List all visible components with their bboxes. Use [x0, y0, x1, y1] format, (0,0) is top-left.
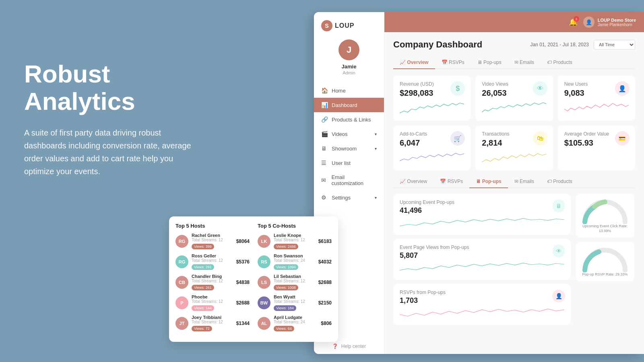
sidebar-item-label: Videos: [332, 131, 348, 137]
stat-aov: Average Order Value $105.93 💳: [558, 125, 635, 171]
videos-icon: 🎬: [321, 131, 328, 137]
list-item: BW Ben Wyatt Total Streams: 12 Views: 18…: [258, 294, 332, 311]
home-icon: 🏠: [321, 87, 328, 94]
host-views-badge: Views: 261: [192, 285, 214, 290]
tab-popups[interactable]: 🖥 Pop-ups: [471, 56, 508, 69]
list-item: RS Ron Swanson Total Streams: 24 Views: …: [258, 253, 332, 270]
cohost-views-badge: Views: 1008: [274, 285, 298, 290]
host-name: Phoebe: [192, 294, 233, 299]
cohost-name: April Ludgate: [274, 315, 318, 320]
host-info: Rachel Green Total Streams: 12 Views: 39…: [192, 233, 233, 249]
chevron-down-icon: ▾: [375, 195, 377, 200]
popup-label-1: Upcoming Event Pop-ups: [400, 200, 564, 205]
cohost-revenue: $6183: [318, 239, 332, 244]
tab2-emails[interactable]: ✉ Emails: [508, 175, 541, 188]
list-item: LS Lil Sebastian Total Streams: 12 Views…: [258, 274, 332, 290]
sidebar-item-settings[interactable]: ⚙ Settings ▾: [314, 190, 384, 205]
tab-products[interactable]: 🏷 Products: [541, 56, 579, 69]
cohost-avatar: LK: [258, 235, 270, 248]
cohost-avatar: AL: [258, 317, 270, 330]
popup-icon-2: 👁: [552, 245, 565, 257]
left-hero-section: Robust Analytics A suite of first party …: [24, 60, 193, 178]
popup-stats-area: Upcoming Event Pop-ups 41,496 🖥: [393, 194, 635, 329]
host-avatar: RG: [175, 255, 188, 268]
host-avatar: P: [175, 296, 188, 309]
user-avatar: 👤: [583, 16, 594, 28]
popup-icon-1: 🖥: [552, 200, 565, 212]
dashboard-title: Company Dashboard: [393, 39, 482, 50]
host-avatar: RG: [175, 235, 188, 248]
sidebar-item-products[interactable]: 🔗 Products & Links: [314, 112, 384, 127]
sidebar-item-videos[interactable]: 🎬 Videos ▾: [314, 127, 384, 141]
host-info: Ross Geller Total Streams: 12 Views: 291: [192, 253, 233, 270]
host-views-badge: Views: 144: [192, 305, 214, 311]
email-icon: ✉: [321, 177, 328, 183]
tab-overview[interactable]: 📈 Overview: [393, 56, 435, 69]
gauge-click-rate-label: Upcoming Event Click Rate: 13.99%: [580, 224, 630, 233]
popup-tabs: 📈 Overview 📅 RSVPs 🖥 Pop-ups ✉ Emails 🏷 …: [393, 175, 635, 188]
user-menu[interactable]: 👤 LOUP Demo Store Jamie Plankenhorn: [583, 16, 636, 28]
tab2-popups[interactable]: 🖥 Pop-ups: [469, 175, 508, 188]
popup-icon-3: 👤: [552, 290, 565, 302]
showroom-icon: 🖥: [321, 145, 328, 152]
videoviews-icon: 👁: [533, 81, 547, 96]
help-center-label: Help center: [341, 343, 366, 349]
cohost-streams: Total Streams: 24: [274, 258, 315, 263]
sidebar-item-home[interactable]: 🏠 Home: [314, 83, 384, 98]
sidebar-item-label: Home: [332, 88, 346, 94]
tab-rsvps[interactable]: 📅 RSVPs: [435, 56, 471, 69]
cohost-name: Ron Swanson: [274, 253, 315, 258]
host-views-badge: Views: 291: [192, 264, 214, 270]
sidebar-item-showroom[interactable]: 🖥 Showroom ▾: [314, 141, 384, 156]
stat-new-users: New Users 9,083 👤: [558, 76, 635, 121]
cohost-info: Ben Wyatt Total Streams: 12 Views: 184: [274, 294, 315, 311]
newusers-sparkline: [564, 101, 629, 115]
tab2-overview[interactable]: 📈 Overview: [393, 175, 433, 188]
sidebar-item-userlist[interactable]: ☰ User list: [314, 156, 384, 170]
gauge-rsvp-rate-svg: [581, 246, 629, 272]
tab2-rsvps[interactable]: 📅 RSVPs: [433, 175, 469, 188]
list-item: RG Ross Geller Total Streams: 12 Views: …: [175, 253, 250, 270]
cohost-streams: Total Streams: 12: [274, 299, 315, 304]
stats-row-1: Revenue (USD) $298,083 $ Video Views 26,…: [393, 76, 635, 121]
cohost-revenue: $2150: [318, 300, 332, 306]
stat-revenue: Revenue (USD) $298,083 $: [393, 76, 471, 121]
cohost-revenue: $806: [321, 321, 332, 326]
tab-emails[interactable]: ✉ Emails: [508, 56, 541, 69]
aov-icon: 💳: [615, 131, 630, 146]
popup-value-3: 1,703: [400, 296, 564, 305]
cohost-views-badge: Views: 2466: [274, 244, 298, 249]
notifications-button[interactable]: 🔔 3: [569, 18, 578, 27]
sidebar-item-email[interactable]: ✉ Email customization: [314, 170, 384, 190]
stat-transactions: Transactions 2,814 🛍: [475, 125, 553, 171]
host-info: Chandler Bing Total Streams: 12 Views: 2…: [192, 274, 233, 290]
stat-video-views: Video Views 26,053 👁: [475, 76, 553, 121]
host-streams: Total Streams: 12: [192, 279, 233, 283]
host-streams: Total Streams: 12: [192, 238, 233, 242]
videoviews-sparkline: [482, 101, 546, 115]
top5-hosts-title: Top 5 Hosts: [175, 223, 250, 229]
popup-value-2: 5,807: [400, 251, 564, 260]
list-item: CB Chandler Bing Total Streams: 12 Views…: [175, 274, 250, 290]
hosts-panel: Top 5 Hosts RG Rachel Green Total Stream…: [169, 216, 338, 342]
user-display-name: Jamie Plankenhorn: [598, 23, 636, 27]
tx-sparkline: [482, 151, 546, 165]
cohost-streams: Total Streams: 12: [274, 279, 315, 283]
date-filter-select[interactable]: All Time Last 30 Days Last 90 Days: [594, 40, 635, 49]
sidebar-item-dashboard[interactable]: 📊 Dashboard: [314, 98, 384, 112]
host-revenue: $1344: [236, 321, 250, 326]
popup-sparkline-3: [400, 307, 564, 319]
cohost-views-badge: Views: 64: [274, 326, 294, 331]
help-icon: ❓: [332, 343, 338, 349]
settings-icon: ⚙: [321, 194, 328, 201]
host-streams: Total Streams: 12: [192, 320, 233, 324]
popup-stat-pageviews: Event Page Views from Pop-ups 5,807 👁: [393, 239, 571, 280]
dashboard-wrapper: S LOUP J Jamie Admin 🏠 Home 📊 Dashboard …: [314, 12, 644, 354]
hosts-panel-inner: Top 5 Hosts RG Rachel Green Total Stream…: [175, 223, 332, 335]
tab2-products[interactable]: 🏷 Products: [541, 175, 579, 188]
cohost-revenue: $4032: [318, 259, 332, 265]
host-avatar: JT: [175, 317, 188, 330]
list-item: LK Leslie Knope Total Streams: 12 Views:…: [258, 233, 332, 249]
host-name: Joey Tribbiani: [192, 315, 233, 320]
host-name: Rachel Green: [192, 233, 233, 238]
